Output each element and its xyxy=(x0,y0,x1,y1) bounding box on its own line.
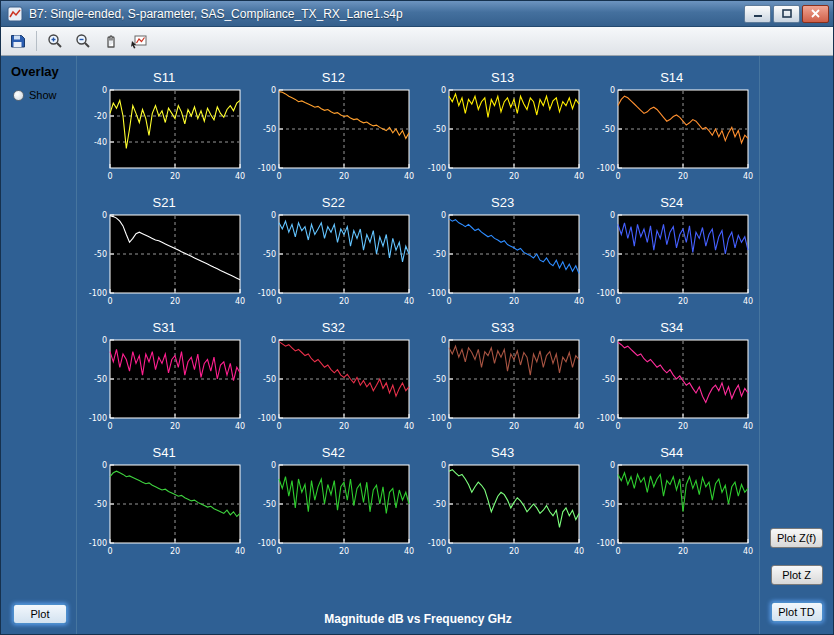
toolbar xyxy=(1,27,833,56)
x-tick-label: 40 xyxy=(573,172,583,181)
x-tick-label: 20 xyxy=(508,422,518,431)
radio-icon xyxy=(13,90,24,101)
y-tick-label: 0 xyxy=(102,211,107,220)
plot-panel: S110-20-4002040S120-50-10002040S130-50-1… xyxy=(77,56,759,634)
x-tick-label: 0 xyxy=(446,422,451,431)
y-tick-label: 0 xyxy=(102,86,107,95)
y-tick-label: -50 xyxy=(94,500,107,509)
plot-zf-button[interactable]: Plot Z(f) xyxy=(770,528,823,548)
save-button[interactable] xyxy=(5,29,31,53)
x-tick-label: 40 xyxy=(573,547,583,556)
right-button-panel: Plot Z(f) Plot Z Plot TD xyxy=(759,56,833,634)
y-tick-label: 0 xyxy=(610,211,615,220)
subplot-s34: S340-50-10002040 xyxy=(590,320,754,436)
y-tick-label: -20 xyxy=(94,112,107,121)
close-button[interactable] xyxy=(802,5,829,23)
x-tick-label: 20 xyxy=(678,297,688,306)
axes-s33[interactable]: 0-50-10002040 xyxy=(421,336,585,436)
subplot-s33: S330-50-10002040 xyxy=(421,320,585,436)
subplot-s22: S220-50-10002040 xyxy=(251,195,415,311)
axes-s34[interactable]: 0-50-10002040 xyxy=(590,336,754,436)
subplot-s21: S210-50-10002040 xyxy=(82,195,246,311)
axes-s43[interactable]: 0-50-10002040 xyxy=(421,461,585,561)
x-tick-label: 0 xyxy=(277,547,282,556)
app-window: B7: Single-ended, S-parameter, SAS_Compl… xyxy=(0,0,834,635)
plot-z-button[interactable]: Plot Z xyxy=(771,565,823,585)
subplot-s13: S130-50-10002040 xyxy=(421,70,585,186)
show-overlay-radio[interactable]: Show xyxy=(1,89,76,101)
x-tick-label: 20 xyxy=(678,172,688,181)
y-tick-label: -100 xyxy=(427,414,445,423)
x-tick-label: 40 xyxy=(743,172,753,181)
axes-s42[interactable]: 0-50-10002040 xyxy=(251,461,415,561)
plot-browser-button[interactable] xyxy=(126,29,152,53)
subplot-s14: S140-50-10002040 xyxy=(590,70,754,186)
y-tick-label: -50 xyxy=(602,375,615,384)
plot-button[interactable]: Plot xyxy=(13,604,67,624)
axes-s23[interactable]: 0-50-10002040 xyxy=(421,211,585,311)
y-tick-label: -100 xyxy=(427,289,445,298)
subplot-s43: S430-50-10002040 xyxy=(421,445,585,561)
titlebar[interactable]: B7: Single-ended, S-parameter, SAS_Compl… xyxy=(1,1,833,27)
minimize-button[interactable] xyxy=(744,5,771,23)
pan-icon xyxy=(103,33,119,49)
maximize-button[interactable] xyxy=(773,5,800,23)
axes-s41[interactable]: 0-50-10002040 xyxy=(82,461,246,561)
x-tick-label: 0 xyxy=(277,297,282,306)
axes-s32[interactable]: 0-50-10002040 xyxy=(251,336,415,436)
zoom-in-button[interactable] xyxy=(42,29,68,53)
close-icon xyxy=(811,9,820,18)
x-tick-label: 0 xyxy=(108,297,113,306)
overlay-heading: Overlay xyxy=(1,64,76,79)
subplot-title: S13 xyxy=(491,70,514,85)
subplot-title: S33 xyxy=(491,320,514,335)
y-tick-label: -50 xyxy=(602,125,615,134)
y-tick-label: 0 xyxy=(610,336,615,345)
x-tick-label: 40 xyxy=(235,547,245,556)
y-tick-label: 0 xyxy=(440,336,445,345)
x-tick-label: 40 xyxy=(743,422,753,431)
app-icon xyxy=(7,6,23,22)
subplot-s23: S230-50-10002040 xyxy=(421,195,585,311)
x-tick-label: 20 xyxy=(170,547,180,556)
y-tick-label: -50 xyxy=(432,250,445,259)
subplot-title: S22 xyxy=(322,195,345,210)
y-tick-label: -50 xyxy=(432,500,445,509)
axes-s31[interactable]: 0-50-10002040 xyxy=(82,336,246,436)
x-tick-label: 20 xyxy=(339,297,349,306)
plot-grid: S110-20-4002040S120-50-10002040S130-50-1… xyxy=(77,56,759,561)
axes-s14[interactable]: 0-50-10002040 xyxy=(590,86,754,186)
y-tick-label: -100 xyxy=(89,289,107,298)
axes-s21[interactable]: 0-50-10002040 xyxy=(82,211,246,311)
subplot-s24: S240-50-10002040 xyxy=(590,195,754,311)
axes-s12[interactable]: 0-50-10002040 xyxy=(251,86,415,186)
subplot-s12: S120-50-10002040 xyxy=(251,70,415,186)
zoom-out-icon xyxy=(75,33,91,49)
subplot-title: S44 xyxy=(660,445,683,460)
x-tick-label: 0 xyxy=(108,547,113,556)
x-tick-label: 40 xyxy=(404,297,414,306)
toolbar-separator xyxy=(36,31,37,51)
x-tick-label: 20 xyxy=(508,297,518,306)
maximize-icon xyxy=(782,9,792,18)
axes-s22[interactable]: 0-50-10002040 xyxy=(251,211,415,311)
plot-td-button[interactable]: Plot TD xyxy=(771,602,823,622)
subplot-title: S11 xyxy=(153,70,175,85)
y-tick-label: -50 xyxy=(263,250,276,259)
zoom-out-button[interactable] xyxy=(70,29,96,53)
axes-s11[interactable]: 0-20-4002040 xyxy=(82,86,246,186)
axes-s13[interactable]: 0-50-10002040 xyxy=(421,86,585,186)
subplot-title: S12 xyxy=(322,70,345,85)
window-body: Overlay Show Plot S110-20-4002040S120-50… xyxy=(1,56,833,634)
x-tick-label: 20 xyxy=(678,422,688,431)
axes-s44[interactable]: 0-50-10002040 xyxy=(590,461,754,561)
y-tick-label: -50 xyxy=(94,250,107,259)
y-tick-label: -100 xyxy=(597,289,615,298)
subplot-title: S23 xyxy=(491,195,514,210)
x-tick-label: 20 xyxy=(170,422,180,431)
pan-button[interactable] xyxy=(98,29,124,53)
subplot-title: S31 xyxy=(153,320,176,335)
axes-s24[interactable]: 0-50-10002040 xyxy=(590,211,754,311)
overlay-panel: Overlay Show Plot xyxy=(1,56,77,634)
y-tick-label: -100 xyxy=(258,414,276,423)
